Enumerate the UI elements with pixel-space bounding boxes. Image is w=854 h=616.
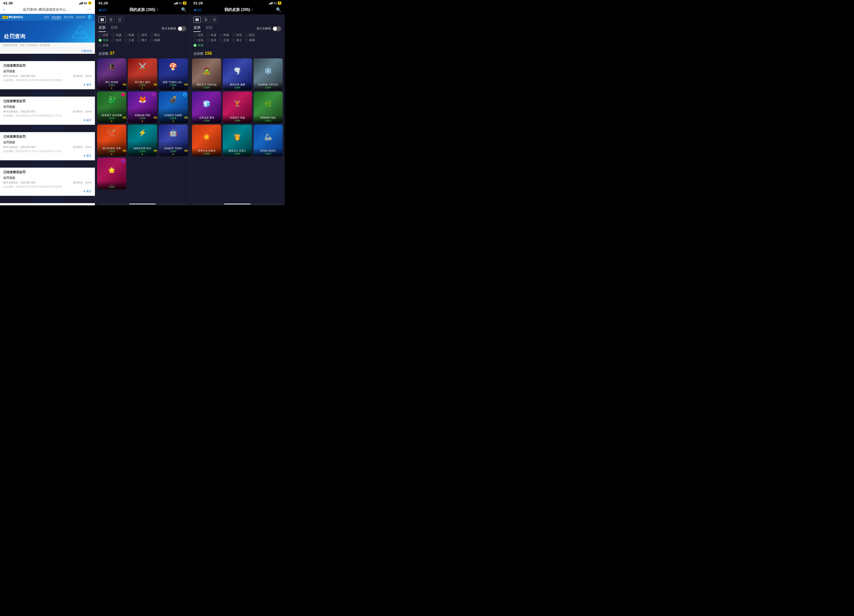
filter-other-p3[interactable]: 其他 bbox=[194, 43, 203, 47]
filter-zhuoyue-p2[interactable]: 卓越 bbox=[111, 33, 121, 37]
expand-btn-4[interactable]: ⬇ 展开 bbox=[3, 189, 92, 193]
svg-text:ACE: ACE bbox=[76, 31, 84, 35]
expand-btn-2[interactable]: ⬇ 展开 bbox=[3, 119, 92, 122]
filter-chuanshuo-p2[interactable]: 传说 bbox=[99, 38, 108, 42]
feedback-link[interactable]: 问题反馈 bbox=[0, 48, 95, 54]
skin-owned-4-p3: 已拥有 bbox=[193, 119, 220, 122]
filter-row-2-p2: 传说 史诗 王者 勇士 典藏 bbox=[99, 38, 186, 42]
filter-wangzhe-p2[interactable]: 王者 bbox=[124, 38, 134, 42]
skin-card-10-p2[interactable]: ● 🌟 … 已拥有 bbox=[97, 158, 126, 189]
filter-yongshi-p2[interactable]: 勇士 bbox=[137, 38, 147, 42]
tab-skin-p3[interactable]: 皮肤 bbox=[194, 25, 201, 32]
skin-card-2-p3[interactable]: 🌪️ 暴风女神 迦娜 已拥有 bbox=[223, 58, 252, 90]
ace-nav-security[interactable]: 安全服务 bbox=[52, 15, 61, 19]
filter-other-p2[interactable]: 其他 bbox=[99, 43, 108, 47]
filter-zhongji-p2[interactable]: 终极 bbox=[124, 33, 134, 37]
view-btn-list[interactable] bbox=[107, 17, 114, 23]
game-header-lol-4: 英雄联盟 bbox=[0, 160, 95, 168]
filter-diancang-p2[interactable]: 典藏 bbox=[150, 38, 160, 42]
svg-rect-12 bbox=[119, 20, 120, 20]
skin-card-2-p2[interactable]: ⚔️ 传说 死亡骑士 盖伦 已拥有 ★ bbox=[128, 58, 157, 90]
skin-card-5-p3[interactable]: 🏋️ 冰霜选手 维迦 已拥有 bbox=[223, 91, 252, 123]
toggle-switch-p2[interactable] bbox=[178, 26, 186, 31]
radio-xianding-p2 bbox=[150, 34, 153, 37]
filter-zhongji-p3[interactable]: 终极 bbox=[219, 33, 229, 37]
page-title-p2: 我的皮肤 (395) ? bbox=[130, 7, 158, 12]
5g-label-p2: 5G bbox=[178, 2, 182, 5]
filter-wangzhe-p3[interactable]: 王者 bbox=[219, 38, 229, 42]
svg-rect-24 bbox=[214, 18, 215, 19]
filter-rows-p3: 全部 卓越 终极 神话 限定 传说 bbox=[190, 32, 285, 49]
skin-owned-7-p3: 已拥有 bbox=[193, 152, 220, 156]
more-options-p1[interactable]: ··· bbox=[87, 7, 92, 12]
ace-avatar[interactable] bbox=[88, 15, 93, 20]
card-subtitle-3: 处罚信息 bbox=[3, 140, 92, 145]
search-icon-p2[interactable]: 🔍 bbox=[181, 7, 186, 12]
skin-card-5-p2[interactable]: ● 🦊 传说 焰尾妖狐 阿狸 已拥有 ★ bbox=[128, 91, 157, 123]
view-btn-grid-small[interactable] bbox=[116, 17, 124, 23]
back-button-p1[interactable]: ‹ bbox=[3, 7, 5, 12]
view-btn-grid-large-p3[interactable] bbox=[194, 17, 201, 23]
tab-skin-p2[interactable]: 皮肤 bbox=[99, 25, 106, 32]
radio-chuanshuo-p2 bbox=[99, 39, 102, 42]
skin-card-4-p2[interactable]: ● 🐉 传说 驯龙炮手 崔丝塔娜 已拥有 ★ bbox=[97, 91, 126, 123]
filter-shenhua-p3[interactable]: 神话 bbox=[232, 33, 242, 37]
filter-zhuoyue-p3[interactable]: 卓越 bbox=[206, 33, 216, 37]
svg-rect-13 bbox=[120, 20, 121, 20]
radio-xianding-p3 bbox=[245, 34, 248, 37]
skin-card-9-p3[interactable]: 🦾 初导机 维克托 已拥有 bbox=[253, 125, 283, 156]
panel-my-skins-2: 01:29 5G 9 ◀ QQ 我的皮肤 (395) ? 🔍 bbox=[190, 0, 285, 205]
filter-shishi-p2[interactable]: 史诗 bbox=[111, 38, 121, 42]
skin-card-8-p2[interactable]: ⚡ 传说 战场女武神 凯尔 已拥有 ★ bbox=[128, 125, 157, 156]
filter-xianding-p3[interactable]: 限定 bbox=[245, 33, 255, 37]
ace-nav-academy[interactable]: 安全学院 bbox=[64, 15, 73, 19]
card-title-1: 已结束禁言处罚 bbox=[3, 64, 92, 68]
tab-bar-p3: 皮肤 炫彩 显示未解锁 bbox=[190, 24, 285, 32]
back-button-p3[interactable]: ◀ QQ bbox=[194, 8, 202, 12]
filter-all-p3[interactable]: 全部 bbox=[194, 33, 203, 37]
filter-yongshi-p3[interactable]: 勇士 bbox=[232, 38, 242, 42]
radio-shenhua-p3 bbox=[232, 34, 235, 37]
filter-xianding-p2[interactable]: 限定 bbox=[150, 33, 160, 37]
skin-card-7-p3[interactable]: ☀️ 苍穹之光 约里克 已拥有 bbox=[192, 125, 221, 156]
skin-card-1-p3[interactable]: 🧟 暗影王子 玛尔扎哈 已拥有 bbox=[192, 58, 221, 90]
skin-card-6-p2[interactable]: ● 💣 传说 泳池派对 吉格斯 已拥有 ★ bbox=[159, 91, 188, 123]
skin-card-3-p2[interactable]: 🍄 传说 提莫:"约德尔人的... 已拥有 ★ bbox=[159, 58, 188, 90]
ace-nav-events[interactable]: 活动专区 bbox=[76, 15, 85, 19]
skin-card-6-p3[interactable]: 🌿 部落精神 瑞兹 已拥有 bbox=[253, 91, 283, 123]
filter-chuanshuo-p3[interactable]: 传说 bbox=[194, 38, 203, 42]
back-button-p2[interactable]: ◀ QQ bbox=[99, 8, 107, 12]
color-icon-5-p2: ● bbox=[152, 93, 156, 97]
card-date-4: 赴巫期限：2022/10/19 20:53:50~2022/10/19 20:5… bbox=[3, 185, 92, 189]
skin-card-1-p2[interactable]: 🎩 传说 绅士 科加斯 已拥有 ★ bbox=[97, 58, 126, 90]
filter-shishi-p3[interactable]: 史诗 bbox=[206, 38, 216, 42]
view-btn-grid-large[interactable] bbox=[99, 17, 106, 23]
view-btn-grid-small-p3[interactable] bbox=[211, 17, 218, 23]
svg-rect-16 bbox=[120, 20, 121, 21]
filter-shenhua-p2[interactable]: 神话 bbox=[137, 33, 147, 37]
card-date-2: 赴巫期限：2022/10/19 21:37:31~2022/10/19 21:3… bbox=[3, 114, 92, 117]
filter-diancang-p3[interactable]: 典藏 bbox=[245, 38, 255, 42]
tab-xuancai-p3[interactable]: 炫彩 bbox=[206, 25, 213, 32]
skin-card-3-p3[interactable]: ❄️ 北地风暴 沃利贝尔 已拥有 bbox=[253, 58, 283, 90]
skin-card-4-p3[interactable]: 🧊 北风冻原 图奇 已拥有 bbox=[192, 91, 221, 123]
card-title-4: 已结束禁言处罚 bbox=[3, 170, 92, 174]
view-btn-list-p3[interactable] bbox=[202, 17, 209, 23]
skin-card-9-p2[interactable]: 🤖 传说 战地机甲 厄加特 已拥有 ★ bbox=[159, 125, 188, 156]
ace-nav-home[interactable]: 首页 bbox=[44, 15, 49, 19]
battery-p2: 9 bbox=[183, 2, 186, 5]
skin-card-8-p3[interactable]: 👸 潮流女王 乐芙兰 已拥有 bbox=[223, 125, 252, 156]
expand-btn-3[interactable]: ⬇ 展开 bbox=[3, 154, 92, 158]
time-p3: 01:29 bbox=[194, 1, 203, 5]
skin-owned-8-p3: 已拥有 bbox=[224, 152, 251, 156]
skin-card-7-p2[interactable]: 🏹 传说 游计划:联合 艾希 已拥有 ★ bbox=[97, 125, 126, 156]
search-icon-p3[interactable]: 🔍 bbox=[276, 7, 281, 12]
svg-rect-11 bbox=[118, 20, 119, 20]
tab-xuancai-p2[interactable]: 炫彩 bbox=[111, 25, 118, 32]
page-title-p3: 我的皮肤 (395) ? bbox=[224, 7, 253, 12]
expand-btn-1[interactable]: ⬇ 展开 bbox=[3, 83, 92, 87]
radio-all-p3 bbox=[194, 34, 197, 37]
toggle-switch-p3[interactable] bbox=[273, 26, 281, 31]
signal-bars-p1 bbox=[79, 2, 83, 5]
filter-all-p2[interactable]: 全部 bbox=[99, 33, 108, 37]
